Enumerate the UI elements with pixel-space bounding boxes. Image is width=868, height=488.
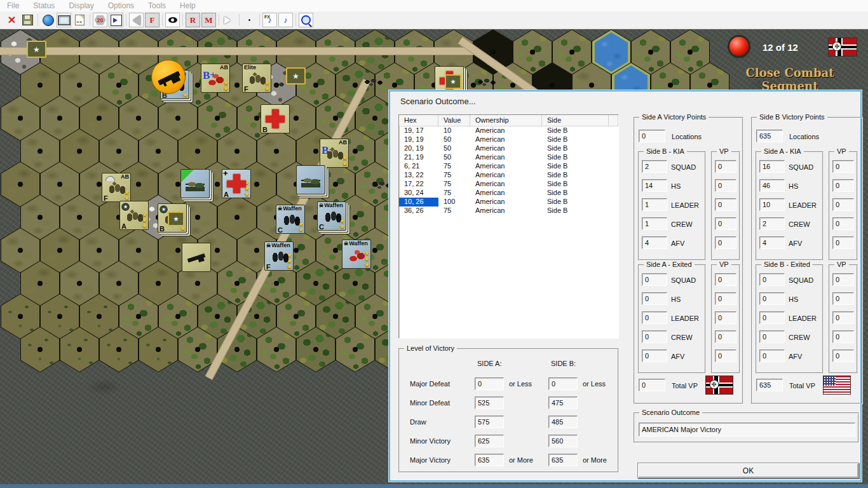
music-button[interactable]: ♪: [278, 13, 293, 27]
dot-button[interactable]: [242, 13, 257, 27]
vp-field[interactable]: 0: [832, 311, 854, 324]
counter-tank-de[interactable]: [180, 169, 210, 198]
count-field[interactable]: 0: [642, 311, 667, 324]
counter-us-inf[interactable]: EliteF★★: [242, 64, 271, 93]
counter-medic-de[interactable]: A★★★✚: [222, 169, 251, 198]
visibility-button[interactable]: [165, 13, 180, 27]
counter-waffen-cas[interactable]: ☠Waffen★★★: [342, 240, 371, 269]
units-list-button[interactable]: [72, 13, 87, 27]
counter-medic-us[interactable]: B: [261, 104, 290, 133]
vp-field[interactable]: 0: [832, 236, 854, 249]
menu-options[interactable]: Options: [101, 1, 141, 10]
vp-field[interactable]: 0: [715, 179, 736, 192]
side-b-threshold-field[interactable]: 635: [548, 454, 578, 466]
globe-button[interactable]: [41, 13, 55, 27]
column-header[interactable]: Value: [438, 115, 470, 126]
side-b-threshold-field[interactable]: 475: [548, 396, 578, 409]
count-field[interactable]: 0: [642, 273, 667, 286]
table-row[interactable]: 36, 2675AmericanSide B: [399, 207, 618, 215]
count-field[interactable]: 46: [759, 179, 785, 192]
counter-waffen[interactable]: ☠WaffenF★★★: [264, 241, 294, 271]
count-field[interactable]: 2: [759, 217, 785, 230]
ok-button[interactable]: OK: [637, 463, 859, 478]
counter-us-inf[interactable]: ABB+★★: [320, 139, 349, 168]
table-row[interactable]: 19, 1710AmericanSide B: [399, 126, 618, 135]
vp-field[interactable]: 0: [832, 198, 854, 211]
zoom-button[interactable]: [299, 13, 313, 27]
count-field[interactable]: 14: [642, 179, 667, 192]
advance-button[interactable]: [222, 13, 236, 27]
column-header[interactable]: Side: [542, 115, 609, 126]
side-b-threshold-field[interactable]: 0: [548, 377, 578, 390]
count-field[interactable]: 16: [759, 160, 785, 173]
side-a-threshold-field[interactable]: 525: [475, 396, 504, 409]
counter-waffen[interactable]: ☠WaffenC★★: [276, 205, 305, 234]
vp-field[interactable]: 0: [832, 349, 854, 362]
counter-us-sold[interactable]: A★★★★: [119, 201, 149, 230]
table-row[interactable]: 19, 1950AmericanSide B: [399, 135, 618, 144]
table-row[interactable]: 17, 2275AmericanSide B: [399, 180, 618, 189]
objective-star-badge[interactable]: ★: [27, 41, 46, 58]
menu-display[interactable]: Display: [62, 1, 100, 10]
vp-field[interactable]: 0: [832, 292, 854, 305]
total-vp-field[interactable]: 635: [756, 379, 783, 391]
vp-field[interactable]: 0: [715, 330, 736, 343]
side-a-threshold-field[interactable]: 575: [475, 416, 504, 428]
count-field[interactable]: 0: [642, 330, 667, 343]
count-field[interactable]: 4: [642, 236, 667, 249]
fired-marker[interactable]: [151, 60, 186, 94]
vp-field[interactable]: 0: [715, 349, 736, 362]
vp-field[interactable]: 0: [715, 217, 736, 230]
table-row[interactable]: 13, 2275AmericanSide B: [399, 171, 618, 180]
objective-star-badge[interactable]: ★: [286, 67, 306, 85]
count-field[interactable]: 0: [642, 349, 667, 362]
next-phase-button[interactable]: [109, 13, 123, 27]
move-button[interactable]: M: [201, 13, 216, 27]
rally-button[interactable]: R: [186, 13, 200, 27]
side-b-threshold-field[interactable]: 560: [548, 435, 578, 447]
objectives-listbox[interactable]: HexValueOwnershipSide19, 1710AmericanSid…: [398, 114, 619, 339]
counter-waffen[interactable]: ☠WaffenC★★: [317, 201, 346, 231]
vp-field[interactable]: 0: [715, 198, 736, 211]
count-field[interactable]: 0: [759, 273, 785, 286]
vp-field[interactable]: 0: [832, 273, 854, 286]
count-field[interactable]: 0: [759, 292, 785, 305]
count-field[interactable]: 0: [642, 292, 667, 305]
side-a-threshold-field[interactable]: 635: [475, 454, 504, 466]
table-row[interactable]: 6, 2175AmericanSide B: [399, 162, 618, 171]
count-field[interactable]: 1: [642, 198, 667, 211]
vp-field[interactable]: 0: [832, 179, 854, 192]
vp-field[interactable]: 0: [715, 273, 736, 286]
total-vp-field[interactable]: 0: [639, 379, 665, 391]
column-header[interactable]: [609, 115, 618, 126]
count-field[interactable]: 0: [759, 349, 785, 362]
table-row[interactable]: 30, 2475AmericanSide B: [399, 189, 618, 198]
monitor-button[interactable]: [57, 13, 71, 27]
table-row[interactable]: 20, 1950AmericanSide B: [399, 144, 618, 153]
count-field[interactable]: 1: [642, 217, 667, 230]
hex-info-button[interactable]: 20: [93, 13, 107, 27]
menu-status[interactable]: Status: [26, 1, 62, 10]
count-field[interactable]: 10: [759, 198, 785, 211]
vp-field[interactable]: 0: [832, 217, 854, 230]
count-field[interactable]: 4: [759, 236, 785, 249]
count-field[interactable]: 0: [759, 330, 785, 343]
prev-button[interactable]: [129, 13, 144, 27]
column-header[interactable]: Ownership: [470, 115, 542, 126]
save-button[interactable]: [20, 13, 35, 27]
vp-field[interactable]: 0: [715, 292, 736, 305]
side-a-threshold-field[interactable]: 625: [475, 435, 504, 447]
close-button[interactable]: ✕: [4, 13, 19, 27]
vp-field[interactable]: 0: [832, 160, 854, 173]
counter-us-gun[interactable]: [182, 243, 211, 272]
column-header[interactable]: Hex: [399, 115, 438, 126]
fire-button[interactable]: F: [145, 13, 159, 27]
side-a-threshold-field[interactable]: 0: [475, 377, 504, 390]
counter-tank-de[interactable]: [296, 165, 325, 194]
locations-field[interactable]: 635: [756, 130, 783, 142]
counter-us-cas[interactable]: ABB+★★: [201, 64, 230, 93]
sound-fx-button[interactable]: FX♪: [262, 13, 277, 27]
menu-tools[interactable]: Tools: [141, 1, 173, 10]
locations-field[interactable]: 0: [639, 130, 665, 142]
phase-indicator-light[interactable]: [729, 37, 749, 56]
